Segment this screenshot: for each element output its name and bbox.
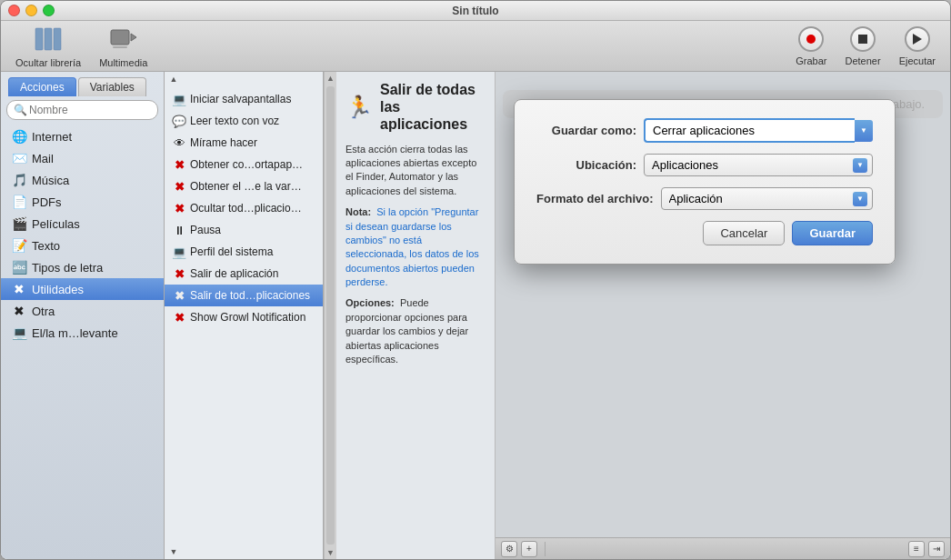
close-button[interactable] [8, 5, 20, 16]
search-icon: 🔍 [14, 104, 27, 116]
save-as-input[interactable] [644, 118, 855, 143]
main-content: Acciones Variables 🔍 🌐 Internet ✉️ Mail [1, 72, 950, 559]
action-obtener-var[interactable]: ✖ Obtener el …e la var… [165, 175, 323, 197]
run-icon-btn[interactable] [905, 26, 930, 52]
action-scrollbar[interactable]: ▲ ▼ [324, 72, 336, 559]
action-mirame[interactable]: 👁 Mírame hacer [165, 132, 323, 154]
sidebar-item-utilidades[interactable]: ✖ Utilidades [1, 278, 164, 300]
stop-icon-btn[interactable] [850, 26, 876, 52]
obtener-cortapap-icon: ✖ [172, 157, 186, 172]
mail-icon: ✉️ [12, 151, 26, 165]
tab-acciones[interactable]: Acciones [8, 77, 76, 96]
action-scrollbar-thumb [326, 86, 335, 545]
action-scroll-top-area: ▲ [165, 72, 323, 86]
salvapantallas-icon: 💻 [172, 92, 186, 106]
tab-variables[interactable]: Variables [78, 77, 146, 96]
detail-options: Opciones: Puede proporcionar opciones pa… [345, 296, 486, 366]
save-dialog: Guardar como: Ubicación: Aplicaciones [514, 99, 896, 265]
svg-marker-4 [131, 34, 136, 41]
peliculas-icon: 🎬 [12, 216, 26, 231]
format-select[interactable]: Aplicación [661, 187, 873, 210]
relevante-icon: 💻 [12, 325, 26, 340]
salir-aplicacion-icon: ✖ [172, 266, 186, 281]
svg-rect-2 [54, 28, 61, 50]
pdfs-icon: 📄 [12, 195, 26, 209]
action-scroll-up-arrow[interactable]: ▲ [168, 74, 179, 85]
save-button[interactable]: Guardar [792, 221, 873, 245]
save-as-input-wrap [644, 118, 873, 143]
sidebar-item-texto[interactable]: 📝 Texto [1, 235, 164, 256]
action-salir-aplicacion[interactable]: ✖ Salir de aplicación [165, 263, 323, 285]
action-show-growl[interactable]: ✖ Show Growl Notification [165, 306, 323, 328]
sidebar-item-mail[interactable]: ✉️ Mail [1, 147, 164, 169]
detail-title: Salir de todas las aplicaciones [380, 81, 486, 134]
hide-library-button[interactable]: Ocultar librería [15, 25, 81, 68]
action-perfil-sistema[interactable]: 💻 Perfil del sistema [165, 241, 323, 263]
sidebar-item-relevante[interactable]: 💻 El/la m…levante [1, 322, 164, 344]
otra-icon: ✖ [12, 304, 26, 318]
workspace: Arrastre aquí las acciones o los archivo… [496, 72, 950, 559]
detail-note-text: Si la opción "Preguntar si desean guarda… [345, 206, 479, 287]
sidebar-item-tiposletra[interactable]: 🔤 Tipos de letra [1, 256, 164, 278]
dialog-row-format: Formato del archivo: Aplicación [536, 187, 873, 210]
search-input[interactable] [6, 100, 158, 120]
action-iniciar-salvapantallas[interactable]: 💻 Iniciar salvapantallas [165, 88, 323, 110]
titlebar: Sin título [1, 1, 950, 21]
musica-icon: 🎵 [12, 173, 26, 187]
action-obtener-cortapap[interactable]: ✖ Obtener co…ortapap… [165, 154, 323, 175]
maximize-button[interactable] [43, 5, 55, 16]
action-scrollbar-up[interactable]: ▲ [325, 72, 336, 85]
hide-library-icon [34, 25, 63, 54]
sidebar-item-internet[interactable]: 🌐 Internet [1, 125, 164, 147]
action-ocultar-aplica[interactable]: ✖ Ocultar tod…plicacio… [165, 197, 323, 219]
save-as-label: Guardar como: [536, 124, 636, 137]
action-scroll-bottom-area: ▼ [165, 545, 323, 559]
record-icon-btn[interactable] [798, 26, 824, 52]
sidebar-item-musica[interactable]: 🎵 Música [1, 169, 164, 191]
sidebar-item-peliculas[interactable]: 🎬 Películas [1, 213, 164, 235]
window-controls [8, 5, 55, 16]
action-list-container: ▲ 💻 Iniciar salvapantallas 💬 Leer texto … [165, 72, 336, 559]
run-label: Ejecutar [899, 55, 936, 66]
sidebar-item-pdfs[interactable]: 📄 PDFs [1, 191, 164, 213]
record-button[interactable]: Grabar [796, 26, 826, 66]
stop-button[interactable]: Detener [846, 26, 881, 66]
detail-note-label: Nota: [345, 206, 371, 217]
pausa-icon: ⏸ [172, 223, 186, 237]
texto-icon: 📝 [12, 238, 26, 253]
utilidades-icon: ✖ [12, 282, 26, 296]
tiposletra-icon: 🔤 [12, 260, 26, 275]
run-button[interactable]: Ejecutar [899, 26, 936, 66]
sidebar-list: 🌐 Internet ✉️ Mail 🎵 Música 📄 PDFs 🎬 [1, 124, 164, 559]
detail-header: 🏃 Salir de todas las aplicaciones [345, 81, 486, 134]
multimedia-icon [109, 25, 138, 54]
detail-panel: 🏃 Salir de todas las aplicaciones Esta a… [336, 72, 496, 559]
detail-body: Esta acción cierra todas las aplicacione… [345, 143, 486, 367]
detail-description: Esta acción cierra todas las aplicacione… [345, 143, 486, 199]
location-label: Ubicación: [536, 158, 636, 172]
hide-library-label: Ocultar librería [15, 57, 81, 68]
dialog-row-location: Ubicación: Aplicaciones [536, 154, 873, 176]
svg-rect-1 [45, 28, 52, 50]
action-pausa[interactable]: ⏸ Pausa [165, 219, 323, 241]
location-select[interactable]: Aplicaciones [644, 154, 873, 176]
ocultar-aplica-icon: ✖ [172, 201, 186, 215]
leer-texto-icon: 💬 [172, 114, 186, 128]
action-scroll-down-arrow[interactable]: ▼ [168, 546, 179, 557]
main-window: Sin título Ocultar librería Multi [0, 0, 951, 560]
format-label: Formato del archivo: [536, 192, 654, 205]
record-label: Grabar [796, 55, 826, 66]
dialog-overlay: Guardar como: Ubicación: Aplicaciones [496, 72, 950, 559]
sidebar-tabs: Acciones Variables [1, 72, 164, 96]
action-salir-todas[interactable]: ✖ Salir de tod…plicaciones [165, 285, 323, 306]
cancel-button[interactable]: Cancelar [703, 221, 785, 245]
action-leer-texto[interactable]: 💬 Leer texto con voz [165, 110, 323, 132]
save-as-dropdown-arrow[interactable] [855, 120, 873, 142]
internet-icon: 🌐 [12, 129, 26, 144]
minimize-button[interactable] [25, 5, 37, 16]
sidebar-item-otra[interactable]: ✖ Otra [1, 300, 164, 322]
action-scrollbar-down[interactable]: ▼ [325, 546, 336, 559]
multimedia-button[interactable]: Multimedia [99, 25, 147, 68]
format-select-wrap: Aplicación [661, 187, 873, 210]
action-list-inner: 💻 Iniciar salvapantallas 💬 Leer texto co… [165, 86, 323, 545]
